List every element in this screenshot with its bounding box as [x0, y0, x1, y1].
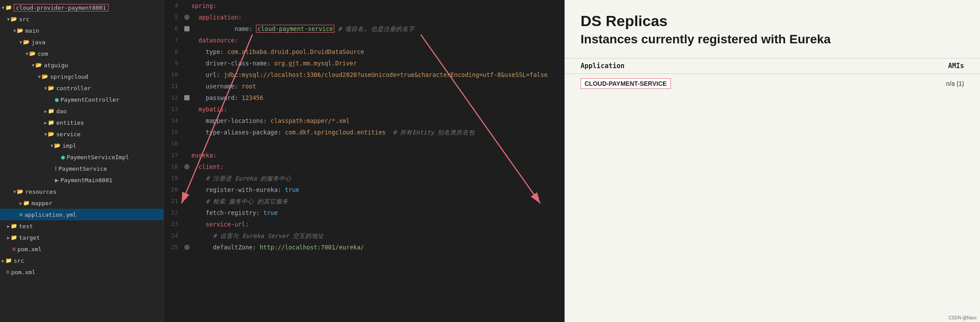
tree-springcloud[interactable]: 📂 springcloud	[0, 71, 163, 82]
folder-icon: 📁	[23, 200, 30, 206]
folder-icon: 📂	[23, 39, 30, 45]
tree-service[interactable]: 📂 service	[0, 128, 163, 140]
line-content: url: jdbc:mysql://localhost:3306/cloud20…	[191, 69, 564, 80]
code-line-13: 13 mybatis:	[164, 104, 564, 115]
tree-paymentcontroller[interactable]: ● PaymentController	[0, 94, 163, 105]
line-content: # 注册进 Eureka 的服务中心	[191, 172, 564, 184]
folder-icon: 📂	[48, 131, 54, 137]
arrow-icon	[44, 109, 47, 114]
line-number: 22	[164, 207, 182, 218]
tree-atguigu[interactable]: 📂 atguigu	[0, 59, 163, 71]
tree-label: mapper	[31, 200, 52, 207]
eureka-panel: DS Replicas Instances currently register…	[565, 0, 980, 322]
code-line-20: 20 register-with-eureka: true	[164, 184, 564, 196]
line-number: 9	[164, 58, 182, 69]
line-number: 23	[164, 218, 182, 230]
code-line-15: 15 type-aliases-package: com.dkf.springc…	[164, 126, 564, 138]
tree-label: dao	[56, 108, 66, 115]
app-name-cell: CLOUD-PAYMENT-SERVICE	[581, 79, 893, 88]
tree-src1[interactable]: 📂 src	[0, 13, 163, 25]
arrow-icon	[2, 258, 4, 263]
tree-label: java	[31, 39, 45, 46]
tree-label: application.yml	[24, 211, 76, 218]
folder-icon: 📂	[11, 16, 17, 22]
line-number: 12	[164, 92, 182, 104]
line-content: service-url:	[191, 218, 564, 230]
tree-main[interactable]: 📂 main	[0, 25, 163, 36]
line-content: mybatis:	[191, 104, 564, 115]
line-content: driver-class-name: org.gjt.mm.mysql.Driv…	[191, 58, 564, 69]
code-line-18: 18 client:	[164, 161, 564, 172]
line-content: # 检索 服务中心 的其它服务	[191, 196, 564, 207]
line-content: username: root	[191, 80, 564, 92]
arrow-icon	[7, 235, 10, 240]
tree-label: src	[14, 257, 24, 264]
line-number: 18	[164, 161, 182, 172]
line-gutter	[182, 245, 191, 250]
tree-paymentmain[interactable]: ▶ PaymentMain8001	[0, 174, 163, 186]
code-line-24: 24 # 设置与 Eureka Server 交互的地址	[164, 230, 564, 242]
xml-icon2: m	[6, 269, 9, 275]
tree-label: pom.xml	[17, 246, 42, 253]
tree-label: main	[25, 27, 39, 34]
tree-dao[interactable]: 📁 dao	[0, 105, 163, 117]
tree-root-item[interactable]: 📁 cloud-provider-payment8001	[0, 2, 163, 13]
tree-application-yml[interactable]: ⚙ application.yml	[0, 209, 163, 220]
tree-mapper[interactable]: 📁 mapper	[0, 197, 163, 209]
line-content: # 设置与 Eureka Server 交互的地址	[191, 230, 564, 242]
folder-icon: 📂	[29, 50, 36, 57]
yaml-icon: ⚙	[19, 211, 23, 218]
tree-label: PaymentServiceImpl	[66, 154, 129, 161]
code-line-22: 22 fetch-registry: true	[164, 207, 564, 218]
line-content: mapper-locations: classpath:mapper/*.xml	[191, 115, 564, 126]
line-content: password: 123456	[191, 92, 564, 104]
code-line-23: 23 service-url:	[164, 218, 564, 230]
tree-resources[interactable]: 📂 resources	[0, 186, 163, 197]
watermark: CSDN @Naro	[949, 315, 976, 320]
tree-paymentserviceimpl[interactable]: ● PaymentServiceImpl	[0, 151, 163, 163]
arrow-icon	[50, 143, 53, 148]
tree-paymentservice[interactable]: Ⅰ PaymentService	[0, 163, 163, 174]
code-line-9: 9 driver-class-name: org.gjt.mm.mysql.Dr…	[164, 58, 564, 69]
tree-label: PaymentService	[58, 165, 107, 172]
tree-impl[interactable]: 📂 impl	[0, 140, 163, 151]
arrow-icon	[7, 224, 10, 229]
code-line-12: 12 password: 123456	[164, 92, 564, 104]
arrow-icon	[7, 17, 10, 22]
tree-controller[interactable]: 📂 controller	[0, 82, 163, 94]
arrow-icon	[44, 132, 47, 137]
tree-src2[interactable]: 📁 src	[0, 255, 163, 266]
eureka-ds-title: DS Replicas	[581, 12, 964, 30]
code-line-17: 17 eureka:	[164, 150, 564, 161]
tree-label: src	[19, 16, 29, 23]
line-number: 11	[164, 80, 182, 92]
tree-entities[interactable]: 📁 entities	[0, 117, 163, 128]
code-line-16: 16	[164, 138, 564, 150]
tree-com[interactable]: 📂 com	[0, 48, 163, 59]
tree-pom-xml1[interactable]: m pom.xml	[0, 243, 163, 255]
line-content: type-aliases-package: com.dkf.springclou…	[191, 126, 564, 138]
tree-label: PaymentMain8001	[60, 177, 112, 184]
folder-icon: 📂	[42, 73, 48, 80]
line-content: register-with-eureka: true	[191, 184, 564, 196]
tree-test[interactable]: 📁 test	[0, 220, 163, 232]
tree-target[interactable]: 📁 target	[0, 232, 163, 243]
tree-pom-xml2[interactable]: m pom.xml	[0, 266, 163, 278]
class-icon: ●	[55, 96, 58, 103]
code-line-14: 14 mapper-locations: classpath:mapper/*.…	[164, 115, 564, 126]
arrow-icon	[13, 28, 16, 33]
line-content: eureka:	[191, 150, 564, 161]
line-number: 16	[164, 138, 182, 150]
app-name-highlighted: cloud-payment-service	[256, 25, 334, 33]
gutter-dot	[184, 245, 190, 250]
tree-label: atguigu	[44, 62, 68, 69]
line-number: 25	[164, 242, 182, 253]
code-lines: 4 spring: 5 application: 6 name: cloud-p…	[164, 0, 564, 253]
code-line-4: 4 spring:	[164, 0, 564, 12]
code-line-21: 21 # 检索 服务中心 的其它服务	[164, 196, 564, 207]
cloud-payment-service-label: CLOUD-PAYMENT-SERVICE	[581, 78, 671, 89]
tree-java[interactable]: 📂 java	[0, 36, 163, 48]
line-gutter	[182, 164, 191, 169]
line-content: client:	[191, 161, 564, 172]
code-line-7: 7 datasource:	[164, 34, 564, 46]
